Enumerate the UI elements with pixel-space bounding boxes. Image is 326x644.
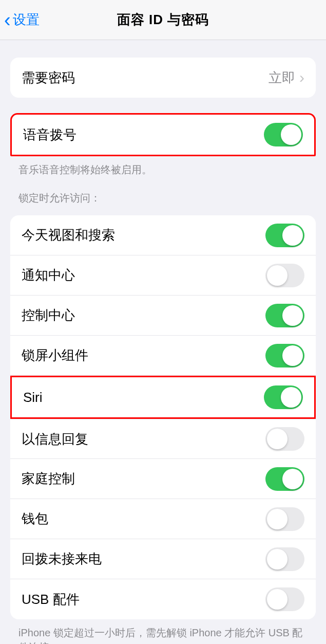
require-passcode-cell[interactable]: 需要密码 立即 › <box>10 58 316 98</box>
voice-dial-label: 语音拨号 <box>23 126 264 144</box>
navigation-bar: ‹ 设置 面容 ID 与密码 <box>0 0 326 40</box>
highlight-voice-dial: 语音拨号 <box>10 113 316 156</box>
wallet-toggle[interactable] <box>265 507 304 531</box>
locked-access-group-lower: 以信息回复 家庭控制 钱包 回拨未接来电 USB 配件 <box>10 419 316 619</box>
siri-label: Siri <box>23 390 264 406</box>
usb-footer: iPhone 锁定超过一小时后，需先解锁 iPhone 才能允许 USB 配件连… <box>0 619 326 644</box>
passcode-group: 需要密码 立即 › <box>10 58 316 98</box>
require-passcode-label: 需要密码 <box>22 69 269 87</box>
notification-center-toggle[interactable] <box>265 264 304 287</box>
locked-access-header: 锁定时允许访问： <box>0 177 326 210</box>
usb-accessories-label: USB 配件 <box>22 591 265 609</box>
wallet-label: 钱包 <box>22 510 265 528</box>
voice-dial-toggle[interactable] <box>264 123 303 146</box>
control-center-label: 控制中心 <box>22 306 265 324</box>
siri-toggle[interactable] <box>264 385 303 409</box>
reply-message-toggle[interactable] <box>265 427 304 451</box>
voice-dial-footer: 音乐语音控制将始终被启用。 <box>0 156 326 177</box>
back-button[interactable]: ‹ 设置 <box>4 10 40 30</box>
lock-screen-widgets-cell: 锁屏小组件 <box>10 336 316 376</box>
require-passcode-value: 立即 <box>269 69 295 87</box>
notification-center-label: 通知中心 <box>22 266 265 284</box>
usb-accessories-cell: USB 配件 <box>10 579 316 619</box>
reply-message-label: 以信息回复 <box>22 430 265 448</box>
return-missed-calls-label: 回拨未接来电 <box>22 550 265 568</box>
siri-cell: Siri <box>12 377 314 417</box>
wallet-cell: 钱包 <box>10 499 316 539</box>
return-missed-calls-cell: 回拨未接来电 <box>10 539 316 579</box>
notification-center-cell: 通知中心 <box>10 255 316 296</box>
usb-accessories-toggle[interactable] <box>265 587 304 611</box>
home-control-label: 家庭控制 <box>22 470 265 488</box>
highlight-siri: Siri <box>10 376 316 419</box>
voice-dial-cell: 语音拨号 <box>12 115 314 155</box>
home-control-cell: 家庭控制 <box>10 459 316 499</box>
control-center-toggle[interactable] <box>265 304 304 327</box>
back-label: 设置 <box>13 11 40 29</box>
today-view-cell: 今天视图和搜索 <box>10 215 316 255</box>
return-missed-calls-toggle[interactable] <box>265 547 304 571</box>
reply-message-cell: 以信息回复 <box>10 419 316 459</box>
today-view-label: 今天视图和搜索 <box>22 226 265 244</box>
locked-access-group-upper: 今天视图和搜索 通知中心 控制中心 锁屏小组件 <box>10 215 316 376</box>
control-center-cell: 控制中心 <box>10 296 316 336</box>
today-view-toggle[interactable] <box>265 224 304 247</box>
chevron-right-icon: › <box>299 70 304 85</box>
lock-screen-widgets-label: 锁屏小组件 <box>22 346 265 364</box>
home-control-toggle[interactable] <box>265 467 304 491</box>
lock-screen-widgets-toggle[interactable] <box>265 344 304 367</box>
chevron-left-icon: ‹ <box>4 10 11 30</box>
page-title: 面容 ID 与密码 <box>117 11 209 29</box>
